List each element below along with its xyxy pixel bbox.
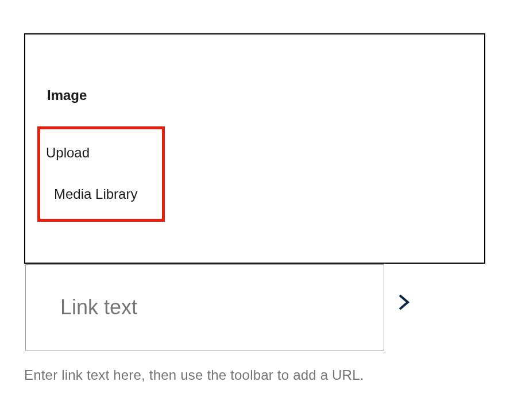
submit-link-button[interactable]	[394, 293, 415, 314]
panel-title: Image	[47, 87, 484, 103]
link-text-input[interactable]: Link text	[25, 264, 384, 350]
helper-text: Enter link text here, then use the toolb…	[24, 367, 364, 383]
link-text-placeholder: Link text	[60, 295, 137, 319]
menu-item-media-library[interactable]: Media Library	[54, 184, 137, 204]
image-panel: Image	[24, 33, 485, 264]
chevron-right-icon	[397, 292, 412, 315]
menu-item-upload[interactable]: Upload	[46, 143, 90, 163]
